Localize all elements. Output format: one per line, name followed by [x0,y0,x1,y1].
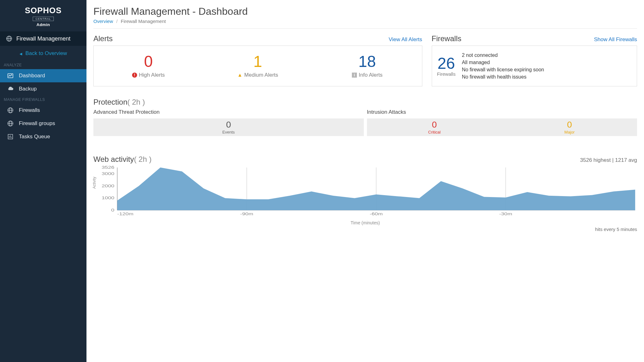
group-analyze-label: ANALYZE [0,61,86,69]
medium-alerts-value: 1 [253,54,262,69]
medium-alerts-col[interactable]: 1 ▲ Medium Alerts [203,46,313,86]
nav-tasks-queue-label: Tasks Queue [19,134,50,140]
intrusion-label: Intrusion Attacks [367,109,637,115]
web-title-prefix: Web activity [93,155,134,163]
svg-text:2000: 2000 [102,184,114,188]
web-activity-stats: 3526 highest | 1217 avg [580,157,637,163]
show-all-firewalls-link[interactable]: Show All Firewalls [594,36,637,43]
nav-dashboard-label: Dashboard [19,73,45,79]
protection-title-prefix: Protection [93,98,127,106]
sidebar: SOPHOS CENTRAL Admin Firewall Management… [0,0,86,362]
globe-icon [6,35,13,42]
tasks-icon [7,133,14,140]
protection-title-suffix: ( 2h ) [127,98,145,106]
intrusion-major-value: 0 [502,120,637,129]
atp-events-label: Events [93,130,364,134]
svg-text:3526: 3526 [102,166,114,169]
chevron-left-icon: ◀ [19,52,22,56]
svg-text:-30m: -30m [499,212,512,216]
intrusion-critical-label: Critical [367,130,502,134]
firewall-status-lines: 2 not connected All managed No firewall … [462,52,544,81]
breadcrumb-current: Firewall Management [121,19,166,24]
intrusion-major-cell: 0 Major [502,118,637,136]
dashboard-icon [7,72,14,79]
chart-footnote: hits every 5 minutes [93,227,637,232]
brand-role: Admin [0,22,86,27]
svg-text:3000: 3000 [102,172,114,176]
web-title-suffix: ( 2h ) [134,155,152,163]
info-alerts-col[interactable]: 18 i Info Alerts [313,46,422,86]
nav-tasks-queue[interactable]: Tasks Queue [0,130,86,143]
warning-triangle-icon: ▲ [237,72,242,78]
nav-backup-label: Backup [19,86,37,92]
nav-backup[interactable]: Backup [0,82,86,96]
chart-x-label: Time (minutes) [93,220,637,225]
breadcrumb-separator: / [116,19,118,24]
back-to-overview-link[interactable]: ◀ Back to Overview [0,46,86,61]
fw-line-1: 2 not connected [462,52,544,59]
alerts-title: Alerts [93,34,113,43]
breadcrumb: Overview / Firewall Management [93,19,637,24]
atp-events-value: 0 [93,120,364,129]
medium-alerts-label: Medium Alerts [244,72,278,78]
atp-bar[interactable]: 0 Events [93,118,364,136]
fw-line-2: All managed [462,59,544,66]
info-icon: i [352,73,357,78]
atp-events-cell: 0 Events [93,118,364,136]
firewall-count-label: Firewalls [437,71,456,77]
firewalls-title: Firewalls [432,34,462,43]
nav-firewalls[interactable]: Firewalls [0,104,86,117]
high-alerts-col[interactable]: 0 ! High Alerts [94,46,203,86]
cloud-icon [7,85,14,92]
sidebar-title: Firewall Management [16,36,70,42]
header-divider [93,28,637,29]
web-activity-chart: Activity 01000200030003526-120m-90m-60m-… [93,166,637,219]
intrusion-major-label: Major [502,130,637,134]
page-title: Firewall Management - Dashboard [93,6,637,17]
svg-text:-90m: -90m [240,212,253,216]
fw-line-4: No firewall with health issues [462,73,544,80]
chart-y-label: Activity [92,177,97,189]
breadcrumb-overview[interactable]: Overview [93,19,113,24]
nav-dashboard[interactable]: Dashboard [0,69,86,82]
info-alerts-label: Info Alerts [359,72,383,78]
firewalls-panel: Firewalls Show All Firewalls 26 Firewall… [432,34,637,86]
fw-line-3: No firewall with license expiring soon [462,66,544,73]
alerts-card: 0 ! High Alerts 1 ▲ Medium Alerts 18 [93,46,422,86]
nav-firewalls-label: Firewalls [19,107,40,113]
view-all-alerts-link[interactable]: View All Alerts [389,36,422,43]
protection-title: Protection( 2h ) [93,98,637,107]
web-activity-title: Web activity( 2h ) [93,155,152,164]
back-label: Back to Overview [25,50,67,56]
high-alerts-value: 0 [144,54,153,69]
brand-tier: CENTRAL [33,17,54,21]
firewall-count-value: 26 [437,56,456,71]
firewall-count-block[interactable]: 26 Firewalls [437,56,456,77]
firewalls-card: 26 Firewalls 2 not connected All managed… [432,46,637,86]
alerts-panel: Alerts View All Alerts 0 ! High Alerts 1… [93,34,422,86]
high-alerts-label: High Alerts [139,72,165,78]
intrusion-block: Intrusion Attacks 0 Critical 0 Major [367,109,637,136]
atp-label: Advanced Threat Protection [93,109,364,115]
nav-firewall-groups[interactable]: Firewall groups [0,117,86,130]
svg-text:-120m: -120m [117,212,134,216]
brand-name: SOPHOS [0,6,86,15]
svg-text:-60m: -60m [370,212,383,216]
sidebar-section-title: Firewall Management [0,31,86,46]
globe-icon [7,107,14,114]
intrusion-critical-value: 0 [367,120,502,129]
exclamation-circle-icon: ! [132,73,137,78]
area-chart-svg: 01000200030003526-120m-90m-60m-30m [93,166,637,219]
intrusion-bar[interactable]: 0 Critical 0 Major [367,118,637,136]
intrusion-critical-cell: 0 Critical [367,118,502,136]
globe-icon [7,120,14,127]
main-content: Firewall Management - Dashboard Overview… [86,0,644,362]
atp-block: Advanced Threat Protection 0 Events [93,109,364,136]
svg-text:1000: 1000 [102,196,114,200]
svg-text:0: 0 [111,208,114,212]
nav-firewall-groups-label: Firewall groups [19,120,55,127]
brand-logo: SOPHOS CENTRAL Admin [0,0,86,31]
group-manage-label: MANAGE FIREWALLS [0,96,86,104]
info-alerts-value: 18 [358,54,376,69]
